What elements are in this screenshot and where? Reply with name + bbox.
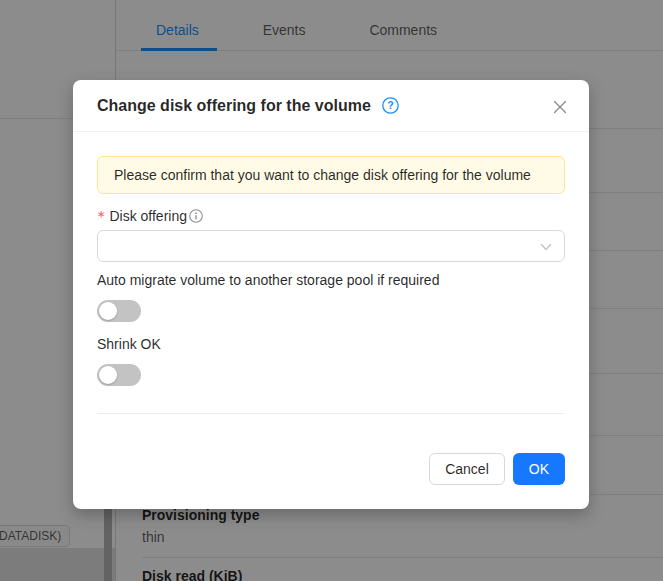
- shrink-ok-toggle[interactable]: [97, 364, 141, 386]
- confirm-alert-text: Please confirm that you want to change d…: [114, 167, 531, 183]
- required-mark: *: [97, 208, 105, 224]
- disk-offering-label-text: Disk offering: [109, 208, 187, 224]
- modal-title: Change disk offering for the volume: [97, 97, 371, 114]
- disk-offering-field-label: * Disk offering: [97, 208, 565, 224]
- confirm-alert: Please confirm that you want to change d…: [97, 156, 565, 194]
- change-disk-offering-modal: Change disk offering for the volume ? Pl…: [73, 80, 589, 509]
- modal-footer: Cancel OK: [429, 453, 565, 485]
- close-icon[interactable]: [549, 96, 571, 118]
- shrink-ok-label: Shrink OK: [97, 336, 565, 352]
- modal-header: Change disk offering for the volume ?: [73, 80, 589, 132]
- cancel-button[interactable]: Cancel: [429, 453, 505, 485]
- chevron-down-icon: [539, 240, 553, 257]
- disk-offering-select[interactable]: [97, 230, 565, 262]
- footer-divider: [97, 413, 565, 414]
- info-circle-icon[interactable]: [189, 209, 203, 223]
- question-circle-icon[interactable]: ?: [382, 97, 399, 117]
- auto-migrate-label: Auto migrate volume to another storage p…: [97, 272, 565, 288]
- auto-migrate-toggle[interactable]: [97, 300, 141, 322]
- toggle-knob: [99, 366, 117, 384]
- svg-text:?: ?: [387, 99, 393, 111]
- ok-button[interactable]: OK: [513, 453, 565, 485]
- modal-body: Please confirm that you want to change d…: [73, 132, 589, 414]
- toggle-knob: [99, 302, 117, 320]
